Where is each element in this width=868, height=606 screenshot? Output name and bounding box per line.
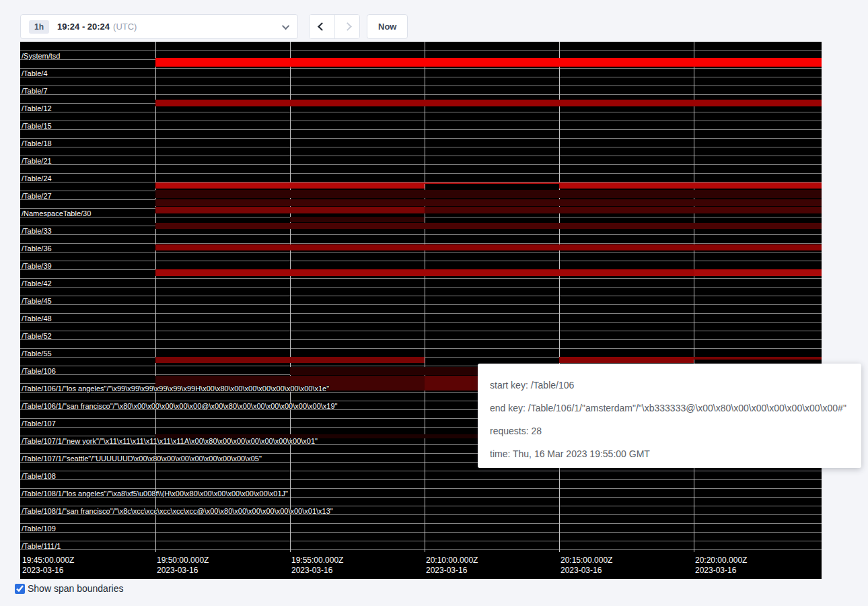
grid-hline xyxy=(20,147,822,147)
grid-hline xyxy=(20,164,822,165)
x-axis-tick: 20:15:00.000Z2023-03-16 xyxy=(560,556,612,576)
grid-hline xyxy=(20,348,822,349)
heatmap-band[interactable] xyxy=(155,190,822,198)
grid-hline xyxy=(20,112,822,112)
hover-tooltip: start key: /Table/106 end key: /Table/10… xyxy=(478,364,861,468)
chevron-left-icon xyxy=(318,22,326,31)
heatmap-band[interactable] xyxy=(155,58,822,67)
row-label: /Table/18 xyxy=(22,139,52,147)
grid-hline xyxy=(20,234,822,235)
grid-hline xyxy=(20,129,822,130)
row-label: /Table/108/1/"san francisco"/"\x8c\xcc\x… xyxy=(22,507,333,515)
row-label: /Table/33 xyxy=(22,227,52,235)
row-label: /Table/7 xyxy=(22,87,48,95)
row-label: /Table/111/1 xyxy=(22,542,61,550)
grid-vline xyxy=(155,42,156,552)
grid-hline xyxy=(20,331,822,331)
now-button[interactable]: Now xyxy=(367,14,408,39)
heatmap-band[interactable] xyxy=(694,269,822,276)
grid-hline xyxy=(20,541,822,541)
grid-hline xyxy=(20,278,822,279)
grid-hline xyxy=(20,549,822,550)
x-axis-tick: 19:45:00.000Z2023-03-16 xyxy=(22,556,74,576)
row-label: /Table/55 xyxy=(22,349,52,358)
heatmap-band[interactable] xyxy=(155,357,425,363)
grid-vline xyxy=(694,42,694,552)
heatmap-band[interactable] xyxy=(155,269,694,276)
tooltip-time: time: Thu, 16 Mar 2023 19:55:00 GMT xyxy=(490,442,849,465)
heatmap-band[interactable] xyxy=(155,223,822,229)
grid-hline xyxy=(20,523,822,524)
grid-hline xyxy=(20,156,822,156)
grid-hline xyxy=(20,479,822,480)
grid-hline xyxy=(20,77,822,77)
grid-hline xyxy=(20,287,822,288)
row-label: /Table/39 xyxy=(22,262,52,270)
next-range-button[interactable] xyxy=(334,15,359,38)
row-label: /Table/106 xyxy=(22,367,56,375)
x-tick-date: 2023-03-16 xyxy=(157,566,209,576)
row-label: /Table/108/1/"los angeles"/"\xa8\xf5\u00… xyxy=(22,490,288,498)
time-range-zone: (UTC) xyxy=(113,22,137,32)
x-axis-tick: 20:20:00.000Z2023-03-16 xyxy=(695,556,747,576)
row-label: /Table/52 xyxy=(22,332,52,340)
grid-hline xyxy=(20,532,822,533)
row-label: /System/tsd xyxy=(22,52,60,60)
grid-hline xyxy=(20,506,822,506)
time-range-text: 19:24 - 20:24 xyxy=(57,22,110,32)
row-label: /Table/106/1/"san francisco"/"\x80\x00\x… xyxy=(22,402,338,410)
x-tick-time: 19:55:00.000Z xyxy=(291,556,343,566)
grid-hline xyxy=(20,121,822,121)
heatmap-band[interactable] xyxy=(155,199,822,206)
show-span-boundaries-label: Show span boundaries xyxy=(28,583,123,594)
grid-hline xyxy=(20,94,822,95)
grid-hline xyxy=(20,296,822,296)
row-label: /Table/12 xyxy=(22,104,52,112)
row-label: /Table/108 xyxy=(22,472,56,480)
x-tick-time: 20:20:00.000Z xyxy=(695,556,747,566)
grid-hline xyxy=(20,68,822,69)
prev-range-button[interactable] xyxy=(310,15,334,38)
row-label: /Table/107 xyxy=(22,419,56,428)
x-axis-tick: 19:55:00.000Z2023-03-16 xyxy=(291,556,343,576)
x-tick-date: 2023-03-16 xyxy=(695,566,747,576)
heatmap-band[interactable] xyxy=(559,357,694,363)
grid-hline xyxy=(20,50,822,51)
heatmap-band[interactable] xyxy=(425,207,822,213)
chevron-right-icon xyxy=(343,22,352,31)
heatmap-band[interactable] xyxy=(559,182,822,189)
heatmap-band[interactable] xyxy=(155,207,425,213)
x-tick-time: 19:50:00.000Z xyxy=(157,556,209,566)
heatmap-band[interactable] xyxy=(694,357,822,360)
grid-hline xyxy=(20,313,822,314)
heatmap-band[interactable] xyxy=(290,217,425,222)
grid-vline xyxy=(425,42,425,552)
x-tick-date: 2023-03-16 xyxy=(426,566,478,576)
grid-hline xyxy=(20,339,822,340)
x-axis-tick: 20:10:00.000Z2023-03-16 xyxy=(426,556,478,576)
row-label: /Table/21 xyxy=(22,157,52,165)
show-span-boundaries-checkbox[interactable] xyxy=(15,584,25,594)
row-label: /Table/36 xyxy=(22,244,52,252)
grid-hline xyxy=(20,243,822,244)
heatmap-band[interactable] xyxy=(155,100,822,106)
chevron-down-icon xyxy=(282,22,289,29)
grid-hline xyxy=(20,86,822,86)
x-tick-time: 20:15:00.000Z xyxy=(560,556,612,566)
time-range-select[interactable]: 1h 19:24 - 20:24 (UTC) xyxy=(20,14,298,39)
row-label: /Table/106/1/"los angeles"/"\x99\x99\x99… xyxy=(22,384,329,393)
grid-hline xyxy=(20,304,822,305)
toolbar: 1h 19:24 - 20:24 (UTC) Now xyxy=(0,0,868,42)
heatmap-band[interactable] xyxy=(155,182,425,189)
row-label: /Table/107/1/"new york"/"\x11\x11\x11\x1… xyxy=(22,437,318,445)
tooltip-requests: requests: 28 xyxy=(490,419,849,442)
heatmap-canvas[interactable]: /System/tsd/Table/4/Table/7/Table/12/Tab… xyxy=(20,42,822,579)
grid-vline xyxy=(559,42,560,552)
heatmap-band[interactable] xyxy=(155,244,822,250)
grid-vline xyxy=(290,42,291,552)
row-label: /Table/24 xyxy=(22,174,52,182)
x-tick-date: 2023-03-16 xyxy=(560,566,612,576)
heatmap-band[interactable] xyxy=(425,182,559,184)
row-label: /Table/109 xyxy=(22,525,56,533)
time-range-badge: 1h xyxy=(29,20,49,34)
